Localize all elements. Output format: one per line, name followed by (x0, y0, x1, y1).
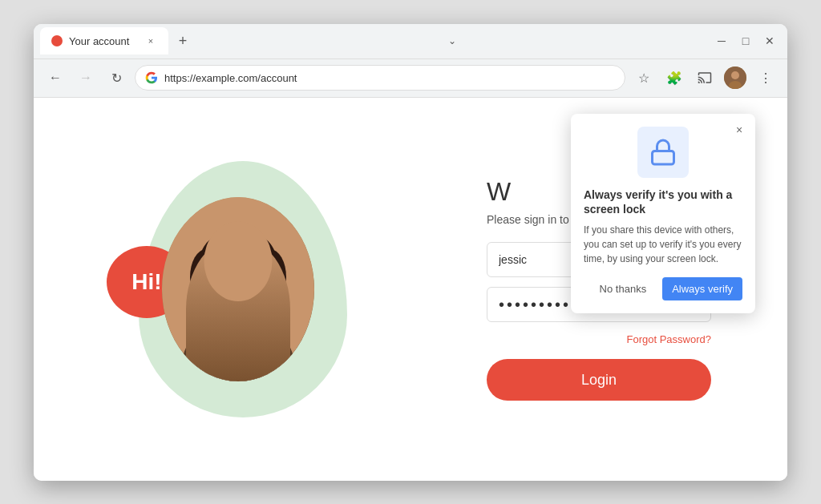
hi-text: Hi! (131, 269, 161, 295)
back-button[interactable]: ← (43, 66, 67, 90)
svg-point-7 (202, 244, 274, 327)
svg-point-5 (182, 317, 294, 381)
url-text: https://example.com/account (164, 72, 615, 84)
tab-list-button[interactable]: ⌄ (441, 30, 463, 52)
minimize-button[interactable]: ─ (710, 30, 733, 52)
no-thanks-button[interactable]: No thanks (590, 277, 657, 300)
svg-point-12 (246, 280, 254, 290)
tab-close-button[interactable]: × (144, 34, 157, 47)
login-button[interactable]: Login (487, 359, 711, 401)
modal-body: If you share this device with others, yo… (584, 223, 742, 266)
page-content: Hi! (34, 98, 787, 481)
nav-bar: ← → ↻ https://example.com/account ☆ 🧩 (34, 59, 787, 98)
chrome-menu-button[interactable]: ⋮ (754, 66, 778, 90)
svg-rect-6 (226, 301, 250, 329)
reload-button[interactable]: ↻ (104, 66, 128, 90)
extensions-button[interactable]: 🧩 (662, 66, 686, 90)
left-section: Hi! (34, 98, 410, 481)
forgot-password-link[interactable]: Forgot Password? (487, 332, 711, 346)
svg-rect-13 (186, 325, 290, 381)
bookmark-button[interactable]: ☆ (632, 66, 656, 90)
right-section: W Please sign in to continue Forgo (410, 98, 787, 481)
svg-rect-15 (653, 151, 674, 164)
maximize-button[interactable]: □ (734, 30, 757, 52)
tab-title: Your account (69, 35, 129, 47)
title-bar: Your account × + ⌄ ─ □ ✕ (34, 24, 787, 59)
lock-icon (649, 138, 677, 167)
lock-icon-wrapper (637, 127, 689, 178)
always-verify-button[interactable]: Always verify (662, 277, 742, 300)
screen-lock-modal: × Always verify it's you with a screen l… (571, 114, 755, 313)
browser-tab[interactable]: Your account × (40, 27, 168, 54)
avatar (724, 67, 746, 89)
address-bar[interactable]: https://example.com/account (135, 65, 625, 91)
svg-point-8 (200, 229, 277, 293)
modal-icon-area (584, 127, 742, 178)
modal-title: Always verify it's you with a screen loc… (584, 187, 742, 216)
svg-point-11 (222, 280, 230, 290)
user-photo (162, 197, 314, 381)
window-controls: ─ □ ✕ (710, 30, 781, 52)
tab-favicon (51, 35, 63, 46)
forward-button[interactable]: → (74, 66, 98, 90)
svg-point-1 (731, 71, 739, 79)
new-tab-button[interactable]: + (172, 30, 194, 52)
browser-window: Your account × + ⌄ ─ □ ✕ ← → ↻ https://e… (34, 24, 787, 481)
modal-actions: No thanks Always verify (584, 277, 742, 300)
svg-point-10 (254, 249, 286, 305)
modal-close-button[interactable]: × (730, 120, 749, 139)
profile-button[interactable] (723, 66, 747, 90)
cast-button[interactable] (693, 66, 717, 90)
forgot-password-anchor[interactable]: Forgot Password? (627, 333, 712, 345)
close-button[interactable]: ✕ (758, 30, 781, 52)
svg-point-9 (190, 249, 222, 305)
google-icon (145, 71, 158, 84)
